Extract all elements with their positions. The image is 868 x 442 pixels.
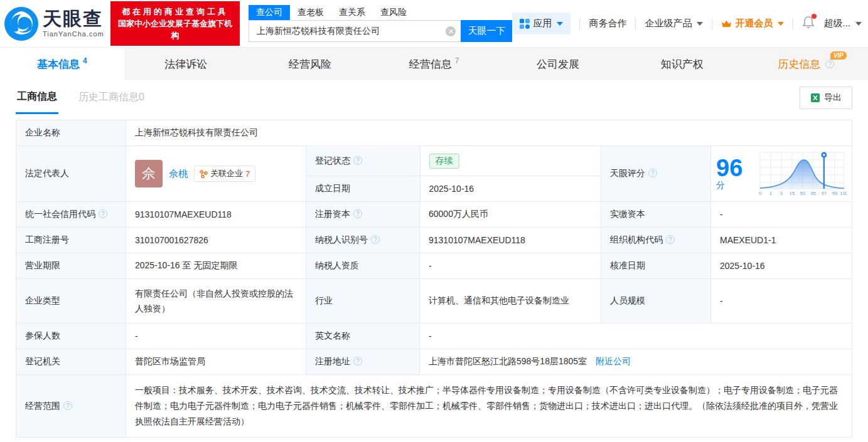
reg-authority-value: 普陀区市场监管局 [126, 349, 306, 375]
notification-dot [812, 14, 817, 19]
app-grid-icon [520, 19, 530, 29]
business-scope-value: 一般项目：技术服务、技术开发、技术咨询、技术交流、技术转让、技术推广；半导体器件… [126, 375, 852, 438]
help-icon[interactable]: ? [353, 156, 362, 165]
score-distribution-chart: 0 1 3 15 50 85 97 99 100 [758, 151, 847, 196]
help-icon[interactable]: ? [648, 169, 657, 177]
related-companies-label: 关联企业 [210, 168, 243, 179]
business-scope-label: 经营范围? [16, 375, 126, 438]
paid-capital-label: 实缴资本 [601, 202, 711, 228]
business-cooperation-link[interactable]: 商务合作 [589, 18, 626, 29]
clear-search-icon[interactable]: ✕ [446, 26, 456, 36]
help-icon[interactable]: ? [99, 209, 107, 218]
nearby-companies-link[interactable]: 附近公司 [596, 356, 631, 366]
search-tab-boss[interactable]: 查老板 [290, 5, 331, 20]
company-name-value: 上海新恒芯锐科技有限责任公司 [126, 120, 852, 146]
search-tab-risk[interactable]: 查风险 [373, 5, 414, 20]
taxpayer-id-value: 91310107MAEXEUD118 [420, 228, 601, 253]
search-tab-company[interactable]: 查公司 [249, 5, 290, 20]
score-axis-ticks: 0 1 3 15 50 85 97 99 100 [759, 191, 847, 196]
open-vip-label: 开通会员 [735, 18, 773, 29]
search-tab-relation[interactable]: 查关系 [331, 5, 373, 20]
divider [635, 18, 636, 29]
search-tabs: 查公司 查老板 查关系 查风险 [249, 5, 512, 20]
score-unit: 分 [716, 180, 725, 190]
logo-brand-text: 天眼查 [43, 9, 104, 28]
help-icon[interactable]: ? [666, 235, 675, 244]
open-vip-menu[interactable]: 开通会员 [721, 18, 784, 29]
tab-legal-proceedings-label: 法律诉讼 [164, 57, 207, 71]
divider [712, 18, 712, 29]
tab-intellectual-property[interactable]: 知识产权 [620, 48, 744, 80]
help-icon[interactable]: ? [63, 401, 72, 410]
tab-intellectual-property-label: 知识产权 [661, 57, 704, 71]
score-value: 96 [716, 155, 742, 181]
tab-basic-info-label: 基本信息 [37, 57, 80, 71]
legal-rep-avatar[interactable]: 佘 [135, 160, 163, 187]
company-type-label: 企业类型 [16, 279, 126, 324]
search-button[interactable]: 天眼一下 [461, 20, 512, 42]
help-icon[interactable]: ? [371, 235, 380, 244]
industry-label: 行业 [306, 279, 420, 324]
chevron-down-icon [697, 22, 703, 26]
vip-badge: VIP [830, 51, 847, 60]
business-info-table-wrap: 企业名称 上海新恒芯锐科技有限责任公司 法定代表人 佘 佘桃 关 [0, 115, 868, 438]
network-icon [200, 170, 208, 178]
tab-history-info[interactable]: VIP 历史信息 ? [744, 48, 868, 80]
score-label: 天眼评分? [601, 146, 711, 202]
enterprise-product-menu[interactable]: 企业级产品 [645, 18, 703, 29]
help-icon[interactable]: ? [825, 60, 834, 68]
status-badge[interactable]: 存续 [429, 154, 459, 169]
org-code-value: MAEXEUD1-1 [711, 228, 852, 253]
subtab-business-info[interactable]: 工商信息 [16, 82, 58, 114]
export-button[interactable]: 导出 [800, 87, 852, 109]
apps-menu[interactable]: 应用 [512, 13, 571, 34]
reg-address-cell: 上海市普陀区怒江北路598号18层1805室 附近公司 [420, 349, 852, 375]
export-label: 导出 [824, 92, 842, 103]
table-row: 法定代表人 佘 佘桃 关联企业 7 [16, 146, 852, 202]
search-input[interactable] [257, 26, 446, 36]
tab-operation-info[interactable]: 经营信息 7 [372, 48, 496, 80]
tianyan-score[interactable]: 96分 [716, 149, 847, 199]
search-input-wrap: ✕ [249, 20, 461, 42]
username-label: 超级... [823, 18, 850, 29]
chevron-down-icon [557, 22, 563, 26]
svg-text:100: 100 [840, 191, 847, 196]
staff-size-value: - [711, 279, 852, 324]
svg-text:85: 85 [811, 191, 816, 196]
svg-text:1: 1 [769, 191, 772, 196]
excel-icon [810, 93, 820, 103]
legal-rep-name-link[interactable]: 佘桃 [169, 168, 188, 180]
credit-code-label: 统一社会信用代码? [16, 202, 126, 228]
subtab-history-business-info[interactable]: 历史工商信息0 [77, 82, 146, 113]
related-companies-badge[interactable]: 关联企业 7 [194, 166, 255, 182]
tab-company-development[interactable]: 公司发展 [496, 48, 620, 80]
chevron-down-icon [855, 22, 862, 26]
help-icon[interactable]: ? [353, 209, 362, 218]
table-row: 登记机关 普陀区市场监管局 注册地址? 上海市普陀区怒江北路598号18层180… [16, 349, 852, 375]
notification-bell[interactable] [802, 16, 815, 31]
top-header: 天眼查 TianYanCha.com 都在用的商业查询工具 国家中小企业发展子基… [0, 0, 868, 47]
header-nav: 应用 商务合作 企业级产品 开通会员 超级.. [512, 13, 862, 34]
tab-legal-proceedings[interactable]: 法律诉讼 [124, 48, 249, 80]
biz-term-value: 2025-10-16 至 无固定期限 [126, 253, 306, 279]
table-row: 企业类型 有限责任公司（非自然人投资或控股的法人独资） 行业 计算机、通信和其他… [16, 279, 852, 324]
company-type-value: 有限责任公司（非自然人投资或控股的法人独资） [126, 279, 306, 324]
apps-label: 应用 [533, 18, 552, 29]
reg-number-value: 310107001627826 [126, 228, 306, 253]
divider [579, 18, 580, 29]
table-row: 营业期限 2025-10-16 至 无固定期限 纳税人资质 - 核准日期 202… [16, 253, 852, 279]
table-row: 参保人数 - 英文名称 - [16, 324, 852, 349]
divider [793, 18, 793, 29]
tab-operation-risk[interactable]: 经营风险 [248, 48, 372, 80]
tianyancha-logo[interactable]: 天眼查 TianYanCha.com [4, 6, 104, 41]
sub-tabbar: 工商信息 历史工商信息0 导出 [0, 80, 868, 115]
tab-basic-info[interactable]: 基本信息 4 [0, 48, 124, 80]
help-icon[interactable]: ? [353, 357, 362, 366]
reg-address-value: 上海市普陀区怒江北路598号18层1805室 [429, 356, 587, 366]
table-row: 工商注册号 310107001627826 纳税人识别号? 91310107MA… [16, 228, 852, 253]
taxpayer-id-label: 纳税人识别号? [306, 228, 420, 253]
table-row: 企业名称 上海新恒芯锐科技有限责任公司 [16, 120, 852, 146]
user-account-menu[interactable]: 超级... [823, 18, 862, 29]
table-row: 成立日期 2025-10-16 [306, 176, 601, 201]
english-name-value: - [420, 324, 852, 349]
